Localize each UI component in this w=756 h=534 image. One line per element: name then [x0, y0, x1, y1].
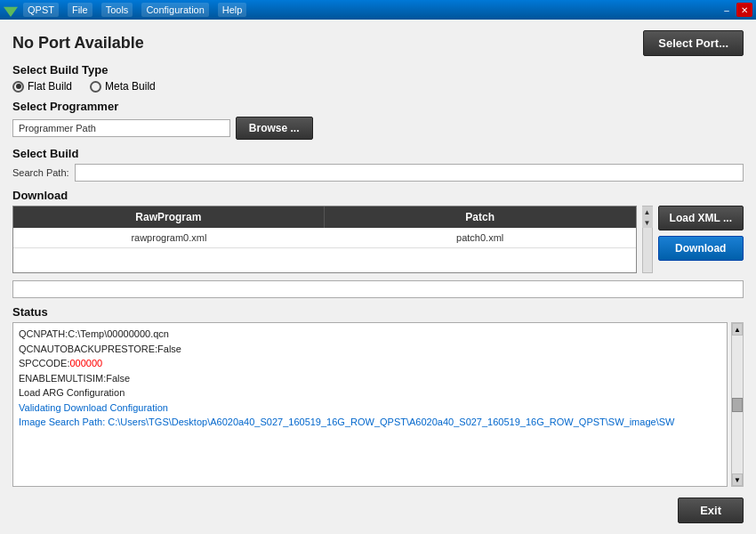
meta-build-label: Meta Build: [105, 80, 156, 93]
flat-build-radio-circle: [12, 81, 24, 93]
status-line: QCNAUTOBACKUPRESTORE:False: [19, 342, 721, 357]
download-section-label: Download: [12, 189, 744, 202]
meta-build-radio[interactable]: Meta Build: [90, 80, 156, 93]
status-section-label: Status: [12, 305, 744, 319]
download-table-area: RawProgram Patch rawprogram0.xml patch0.…: [12, 206, 744, 273]
download-side-buttons: Load XML ... Download: [658, 206, 744, 273]
select-build-section: Select Build Search Path:: [12, 147, 744, 182]
status-box[interactable]: QCNPATH:C:\Temp\00000000.qcnQCNAUTOBACKU…: [12, 322, 728, 487]
build-type-section: Select Build Type Flat Build Meta Build: [12, 63, 744, 93]
search-row: Search Path:: [12, 164, 744, 182]
build-type-label: Select Build Type: [12, 63, 744, 77]
select-build-label: Select Build: [12, 147, 744, 160]
table-scrollbar[interactable]: ▲ ▼: [642, 206, 653, 273]
scroll-down-arrow[interactable]: ▼: [642, 217, 653, 228]
flat-build-radio[interactable]: Flat Build: [12, 80, 72, 93]
page-title: No Port Available: [12, 34, 144, 53]
main-content: No Port Available Select Port... Select …: [0, 20, 756, 534]
status-line: ENABLEMULTISIM:False: [19, 371, 721, 386]
status-scrollbar[interactable]: ▲ ▼: [731, 322, 744, 487]
status-line: Load ARG Configuration: [19, 385, 721, 400]
menu-help[interactable]: Help: [218, 3, 247, 17]
status-line: SPCCODE:000000: [19, 356, 721, 371]
table-row: rawprogram0.xml patch0.xml: [13, 228, 636, 248]
scroll-up-arrow[interactable]: ▲: [642, 206, 653, 217]
flat-build-label: Flat Build: [28, 80, 72, 93]
progress-bar: [12, 280, 744, 298]
status-line: QCNPATH:C:\Temp\00000000.qcn: [19, 327, 721, 342]
build-type-radio-group: Flat Build Meta Build: [12, 80, 744, 93]
status-scroll-down[interactable]: ▼: [732, 473, 743, 486]
programmer-section: Select Programmer Programmer Path Browse…: [12, 100, 744, 140]
download-table-wrapper: RawProgram Patch rawprogram0.xml patch0.…: [12, 206, 637, 273]
browse-button[interactable]: Browse ...: [236, 117, 313, 140]
programmer-section-label: Select Programmer: [12, 100, 744, 113]
programmer-row: Programmer Path: [12, 119, 230, 137]
menu-tools[interactable]: Tools: [101, 3, 133, 17]
download-button[interactable]: Download: [658, 236, 744, 261]
title-bar: QPST File Tools Configuration Help – ✕: [0, 0, 756, 20]
minimize-button[interactable]: –: [719, 3, 735, 17]
load-xml-button[interactable]: Load XML ...: [658, 206, 744, 231]
select-port-button[interactable]: Select Port...: [643, 30, 744, 56]
close-button[interactable]: ✕: [736, 3, 752, 17]
rawprogram-cell: rawprogram0.xml: [13, 228, 325, 247]
search-path-label: Search Path:: [12, 167, 69, 178]
patch-cell: patch0.xml: [325, 228, 636, 247]
title-bar-menu: QPST File Tools Configuration Help: [23, 3, 246, 17]
meta-build-radio-circle: [90, 81, 101, 93]
status-line: Image Search Path: C:\Users\TGS\Desktop\…: [19, 415, 721, 430]
exit-button[interactable]: Exit: [678, 498, 744, 523]
search-path-input[interactable]: [75, 164, 744, 182]
status-line: Validating Download Configuration: [19, 400, 721, 416]
qpst-icon: [4, 3, 18, 17]
footer-row: Exit: [12, 494, 744, 523]
title-bar-left: QPST File Tools Configuration Help: [4, 3, 246, 17]
programmer-field-label: Programmer Path: [19, 123, 96, 134]
programmer-path-input[interactable]: [101, 123, 224, 134]
status-scroll-up[interactable]: ▲: [732, 323, 743, 336]
header-row: No Port Available Select Port...: [12, 30, 744, 56]
menu-qpst[interactable]: QPST: [23, 3, 59, 17]
status-scrollbar-thumb[interactable]: [732, 398, 743, 412]
patch-header: Patch: [325, 206, 636, 228]
title-bar-controls: – ✕: [719, 3, 752, 17]
table-header: RawProgram Patch: [13, 206, 636, 228]
status-box-wrapper: QCNPATH:C:\Temp\00000000.qcnQCNAUTOBACKU…: [12, 322, 744, 487]
menu-configuration[interactable]: Configuration: [141, 3, 208, 17]
rawprogram-header: RawProgram: [13, 206, 325, 228]
download-section: Download RawProgram Patch rawprogram0.xm…: [12, 189, 744, 273]
status-section: Status QCNPATH:C:\Temp\00000000.qcnQCNAU…: [12, 305, 744, 487]
table-body: rawprogram0.xml patch0.xml: [13, 228, 636, 272]
menu-file[interactable]: File: [68, 3, 92, 17]
